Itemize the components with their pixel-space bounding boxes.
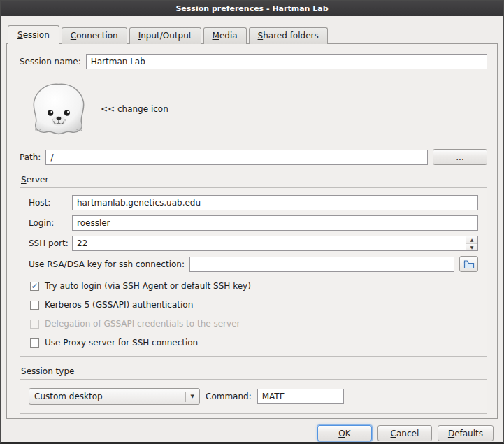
combo-separator	[185, 392, 186, 402]
host-label: Host:	[29, 198, 72, 208]
tab-media[interactable]: Media	[203, 27, 247, 44]
auto-login-checkbox[interactable]: ✓	[30, 282, 39, 291]
session-preferences-window: Session preferences - Hartman Lab Sessio…	[0, 0, 504, 444]
folder-open-icon	[463, 259, 475, 269]
gssapi-delegation-row: Delegation of GSSAPI credentials to the …	[30, 319, 478, 329]
command-label: Command:	[206, 392, 252, 401]
server-group: Server Host: Login: SSH port:	[20, 175, 487, 357]
tab-session[interactable]: Session	[8, 25, 59, 44]
kerberos-checkbox[interactable]	[30, 301, 39, 310]
spin-up-icon: ▲	[470, 237, 474, 242]
path-label: Path:	[20, 152, 41, 162]
session-icon-row: << change icon	[27, 80, 489, 138]
browse-path-button[interactable]: ...	[433, 149, 487, 165]
window-title: Session preferences - Hartman Lab	[175, 4, 328, 13]
tab-shared-folders[interactable]: Shared folders	[249, 27, 328, 44]
login-label: Login:	[29, 218, 72, 228]
server-group-label: Server	[21, 175, 48, 185]
rsa-key-row: Use RSA/DSA key for ssh connection:	[29, 256, 478, 272]
session-type-value: Custom desktop	[34, 392, 182, 401]
path-row: Path: ...	[20, 149, 487, 165]
spin-buttons: ▲ ▼	[466, 236, 477, 250]
spin-down-icon: ▼	[470, 245, 474, 250]
session-name-label: Session name:	[20, 57, 81, 66]
command-input[interactable]	[257, 389, 344, 404]
server-frame: Host: Login: SSH port: ▲ ▼	[20, 187, 487, 357]
gssapi-delegation-label: Delegation of GSSAPI credentials to the …	[45, 319, 240, 329]
tab-input-output[interactable]: Input/Output	[129, 27, 201, 44]
host-row: Host:	[29, 195, 478, 210]
rsa-key-label: Use RSA/DSA key for ssh connection:	[29, 259, 185, 269]
seal-mascot-icon	[27, 81, 91, 137]
login-input[interactable]	[72, 215, 478, 231]
proxy-checkbox[interactable]	[30, 338, 39, 348]
session-tab-page: Session name:	[6, 43, 498, 419]
tab-connection[interactable]: Connection	[62, 27, 127, 44]
titlebar[interactable]: Session preferences - Hartman Lab	[1, 1, 503, 16]
session-name-input[interactable]	[86, 54, 487, 69]
session-type-group-label: Session type	[21, 366, 74, 376]
tab-bar: Session Connection Input/Output Media Sh…	[6, 16, 498, 44]
ssh-port-label: SSH port:	[29, 238, 72, 248]
dropdown-arrow-icon: ▼	[191, 394, 194, 399]
session-icon-button[interactable]	[27, 81, 91, 137]
defaults-button[interactable]: Defaults	[438, 425, 494, 441]
ssh-port-input[interactable]	[73, 236, 466, 250]
rsa-key-browse-button[interactable]	[459, 256, 478, 272]
cancel-button[interactable]: Cancel	[377, 425, 432, 441]
session-type-frame: Custom desktop ▼ Command:	[20, 379, 487, 414]
auto-login-row: ✓ Try auto login (via SSH Agent or defau…	[30, 281, 478, 291]
ssh-port-spinbox: ▲ ▼	[72, 236, 478, 251]
host-input[interactable]	[72, 195, 478, 210]
spin-up-button[interactable]: ▲	[466, 236, 477, 243]
session-name-row: Session name:	[20, 54, 487, 69]
change-icon-label[interactable]: << change icon	[101, 104, 168, 114]
check-icon: ✓	[31, 282, 38, 289]
dialog-body: Session Connection Input/Output Media Sh…	[1, 16, 503, 441]
rsa-key-input[interactable]	[189, 257, 454, 272]
kerberos-label: Kerberos 5 (GSSAPI) authentication	[45, 300, 193, 310]
gssapi-delegation-checkbox	[30, 320, 39, 329]
login-row: Login:	[29, 215, 478, 231]
proxy-label: Use Proxy server for SSH connection	[45, 338, 198, 348]
ssh-port-row: SSH port: ▲ ▼	[29, 236, 478, 251]
kerberos-row: Kerberos 5 (GSSAPI) authentication	[30, 300, 478, 310]
button-row: OK Cancel Defaults	[6, 419, 498, 441]
spin-down-button[interactable]: ▼	[466, 243, 477, 251]
session-type-dropdown[interactable]: Custom desktop ▼	[29, 388, 200, 405]
auto-login-label: Try auto login (via SSH Agent or default…	[45, 281, 251, 291]
path-input[interactable]	[45, 150, 428, 165]
ok-button[interactable]: OK	[317, 425, 372, 441]
proxy-row: Use Proxy server for SSH connection	[30, 338, 478, 348]
session-type-group: Session type Custom desktop ▼ Command:	[20, 366, 487, 414]
